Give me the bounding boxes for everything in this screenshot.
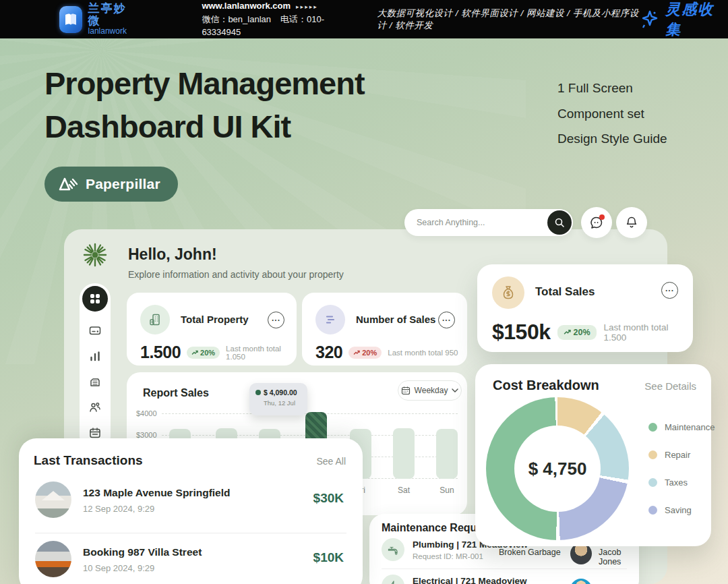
stat-note: Last month total 1.050 — [226, 345, 297, 361]
sidebar-item-dashboard[interactable] — [82, 286, 108, 312]
vendor-name-cn: 兰亭妙微 — [88, 3, 131, 27]
transaction-name: 123 Maple Avenue Springfield — [83, 487, 231, 499]
calendar-icon — [401, 386, 411, 395]
property-photo — [35, 541, 71, 577]
vendor-contact: www.lanlanwork.com▸▸▸▸▸ 微信：ben_lanlan电话：… — [202, 0, 335, 39]
stat-card-total-property: Total Property ... 1.500 20% Last month … — [127, 293, 297, 366]
money-bag-icon — [492, 276, 524, 309]
transaction-amount: $30K — [313, 491, 344, 506]
legend-dot-repair — [648, 450, 657, 459]
stat-title: Total Sales — [535, 285, 595, 299]
request-issue: Broken Garbage — [499, 548, 561, 557]
vendor-site[interactable]: www.lanlanwork.com — [202, 1, 291, 11]
legend-item: Maintenance — [648, 422, 715, 432]
poster: 兰亭妙微 lanlanwork www.lanlanwork.com▸▸▸▸▸ … — [0, 0, 728, 584]
donut-center-value: $ 4,750 — [528, 459, 587, 479]
vendor-name-en: lanlanwork — [88, 27, 131, 36]
stat-value: $150k — [492, 320, 550, 345]
donut-legend: Maintenance Repair Taxes Saving — [648, 422, 715, 533]
messages-button[interactable] — [581, 207, 612, 238]
notification-dot — [599, 214, 605, 220]
sidebar-item-schedule[interactable] — [88, 426, 102, 440]
sidebar-item-payments[interactable] — [88, 324, 102, 337]
feature-item: Component set — [557, 101, 667, 127]
more-options-button[interactable]: ... — [661, 282, 678, 299]
legend-item: Taxes — [648, 477, 715, 488]
tooltip-dot-icon — [255, 390, 261, 395]
filter-value: Weekday — [415, 386, 448, 395]
notifications-button[interactable] — [616, 207, 647, 238]
legend-dot-maintenance — [648, 423, 657, 432]
stat-note: Last month total 1.500 — [604, 322, 693, 343]
building-icon — [140, 305, 170, 334]
cost-breakdown-title: Cost Breakdown — [493, 378, 599, 393]
see-details-link[interactable]: See Details — [644, 380, 696, 392]
paperpillar-logo-icon — [58, 176, 78, 192]
more-options-button[interactable]: ... — [438, 312, 455, 328]
search-input[interactable] — [417, 218, 528, 227]
search-icon[interactable] — [547, 210, 572, 235]
transaction-name: Booking 987 Villa Street — [83, 546, 202, 558]
stat-card-number-of-sales: Number of Sales ... 320 20% Last month t… — [302, 293, 467, 366]
sidebar-item-analytics[interactable] — [88, 349, 102, 363]
collect-label: 灵感收集 — [665, 0, 715, 40]
paperpillar-label: Paperpillar — [86, 176, 160, 192]
stat-title: Total Property — [181, 314, 249, 325]
arrows-decoration: ▸▸▸▸▸ — [296, 3, 318, 10]
tenant-avatar — [570, 579, 592, 584]
tooltip-date: Thu, 12 Jul — [264, 399, 307, 407]
feature-list: 1 Full Screen Component set Design Style… — [557, 76, 667, 152]
x-axis-label: Sat — [387, 486, 421, 495]
bar-sat[interactable] — [393, 428, 415, 479]
chart-tooltip: $ 4,090.00 Thu, 12 Jul — [249, 383, 307, 415]
legend-item: Saving — [648, 505, 715, 515]
feature-item: 1 Full Screen — [557, 76, 667, 101]
transaction-row[interactable]: Booking 987 Villa Street 10 Sep 2024, 9:… — [35, 541, 346, 584]
divider — [35, 533, 346, 533]
x-axis-label: Sun — [430, 486, 464, 495]
bar-sun[interactable] — [436, 429, 458, 479]
trend-badge: 20% — [348, 347, 382, 359]
transaction-row[interactable]: 123 Maple Avenue Springfield 12 Sep 2024… — [35, 481, 346, 530]
greeting-subtitle: Explore information and activity about y… — [128, 269, 344, 280]
cost-breakdown-card: Cost Breakdown See Details $ 4,750 Maint… — [475, 364, 711, 546]
sparkle-icon — [640, 9, 660, 30]
y-axis-label: $4000 — [136, 409, 160, 417]
tenant-name: Jacob Jones — [599, 548, 639, 566]
sales-list-icon — [315, 305, 345, 334]
weekday-filter-dropdown[interactable]: Weekday — [398, 380, 462, 401]
sidebar-nav — [80, 283, 111, 452]
stat-value: 320 — [315, 343, 342, 362]
legend-item: Repair — [648, 450, 715, 460]
greeting-title: Hello, John! — [128, 245, 217, 264]
divider — [382, 568, 627, 569]
see-all-link[interactable]: See All — [316, 456, 346, 467]
report-sales-title: Report Sales — [143, 387, 209, 399]
sidebar-item-properties[interactable] — [88, 375, 102, 388]
transaction-amount: $10K — [313, 550, 344, 565]
vendor-brand[interactable]: 兰亭妙微 lanlanwork — [59, 3, 131, 35]
request-type[interactable]: Electrical | 721 Meadoview — [413, 576, 527, 584]
tooltip-value: $ 4,090.00 — [264, 388, 297, 397]
legend-dot-taxes — [648, 478, 657, 487]
paperpillar-badge[interactable]: Paperpillar — [44, 167, 178, 202]
last-transactions-card: Last Transactions See All 123 Maple Aven… — [19, 438, 363, 584]
request-id: Request ID: MR-001 — [413, 552, 483, 560]
stat-note: Last month total 950 — [388, 349, 458, 357]
chevron-down-icon — [452, 388, 458, 392]
stat-title: Number of Sales — [356, 314, 435, 325]
starburst-icon — [82, 241, 109, 268]
sidebar-item-tenants[interactable] — [88, 401, 102, 414]
trend-badge: 20% — [557, 325, 596, 340]
inspiration-collect[interactable]: 灵感收集 — [640, 0, 715, 40]
more-options-button[interactable]: ... — [268, 312, 284, 328]
trend-badge: 20% — [187, 347, 220, 359]
stat-card-total-sales: Total Sales ... $150k 20% Last month tot… — [477, 264, 693, 352]
stat-value: 1.500 — [140, 343, 181, 362]
vendor-topbar: 兰亭妙微 lanlanwork www.lanlanwork.com▸▸▸▸▸ … — [0, 0, 728, 38]
search-bar[interactable] — [404, 209, 573, 236]
transaction-date: 10 Sep 2024, 9:29 — [83, 563, 154, 573]
transaction-date: 12 Sep 2024, 9:29 — [83, 504, 154, 514]
property-photo — [35, 481, 71, 518]
legend-dot-saving — [648, 506, 657, 515]
